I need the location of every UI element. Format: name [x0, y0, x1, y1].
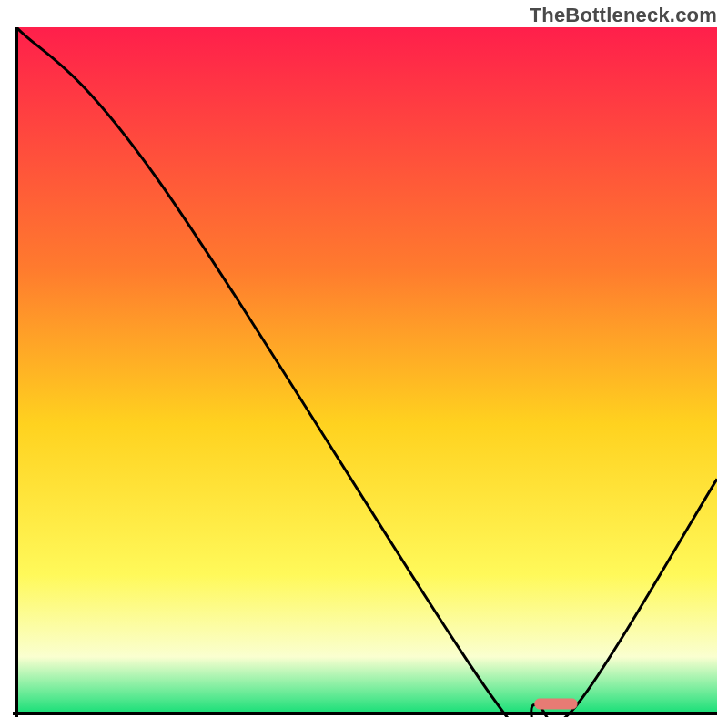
plot-area — [13, 27, 717, 717]
chart-svg — [13, 27, 717, 717]
watermark-text: TheBottleneck.com — [530, 4, 717, 27]
chart-canvas: TheBottleneck.com — [0, 0, 728, 728]
optimal-marker — [535, 699, 577, 709]
